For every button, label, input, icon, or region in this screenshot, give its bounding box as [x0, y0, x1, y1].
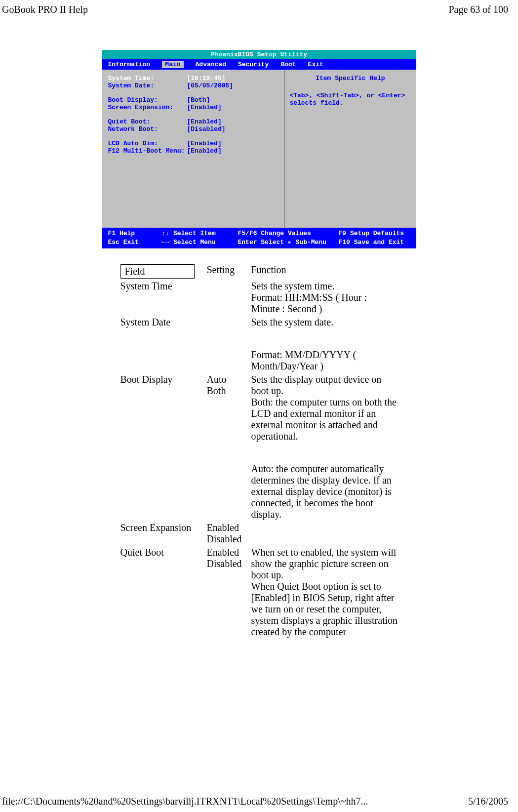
- field-cell: System Date: [119, 316, 205, 373]
- setting-cell: EnabledDisabled: [205, 521, 249, 546]
- page-footer: file://C:\Documents%20and%20Settings\bar…: [2, 796, 508, 807]
- table-row: Boot Display AutoBoth Sets the display o…: [119, 373, 400, 521]
- menu-advanced[interactable]: Advanced: [196, 61, 226, 68]
- bios-screenshot: PhoenixBIOS Setup Utility Information Ma…: [102, 50, 416, 248]
- header-field: Field: [120, 264, 195, 279]
- field-cell: Quiet Boot: [119, 546, 205, 639]
- row-f12-multiboot-value[interactable]: [Enabled]: [187, 147, 222, 155]
- help-body: <Tab>, <Shift-Tab>, or <Enter> selects f…: [289, 92, 411, 107]
- row-network-boot-value[interactable]: [Disabled]: [187, 125, 226, 133]
- row-system-date-label: System Date:: [108, 82, 187, 89]
- select-submenu: Enter Select ▸ Sub-Menu: [238, 238, 332, 247]
- header-setting: Setting: [205, 263, 249, 280]
- table-row: System Date Sets the system date.Format:…: [119, 316, 400, 373]
- row-lcd-auto-dim-value[interactable]: [Enabled]: [187, 140, 222, 147]
- field-cell: Boot Display: [119, 373, 205, 521]
- doc-title: GoBook PRO II Help: [2, 4, 88, 15]
- header-function: Function: [249, 263, 400, 280]
- setting-cell: [205, 280, 249, 316]
- bios-menu: Information Main Advanced Security Boot …: [102, 59, 416, 70]
- row-network-boot-label: Network Boot:: [108, 125, 187, 133]
- menu-exit[interactable]: Exit: [308, 61, 323, 68]
- function-cell: [249, 521, 400, 546]
- row-quiet-boot-label: Quiet Boot:: [108, 118, 187, 125]
- table-row: Quiet Boot EnabledDisabled When set to e…: [119, 546, 400, 639]
- field-cell: Screen Expansion: [119, 521, 205, 546]
- table-header-row: Field Setting Function: [119, 263, 400, 280]
- menu-information[interactable]: Information: [108, 61, 151, 68]
- row-f12-multiboot-label: F12 Multi-Boot Menu:: [108, 147, 187, 155]
- page-number: Page 63 of 100: [448, 4, 508, 15]
- bios-help-panel: Item Specific Help <Tab>, <Shift-Tab>, o…: [284, 70, 416, 228]
- f1-help: F1 Help: [108, 229, 155, 238]
- setting-cell: [205, 316, 249, 373]
- setup-defaults: F9 Setup Defaults: [339, 229, 404, 238]
- select-item: ↑↓ Select Item: [162, 229, 231, 238]
- row-quiet-boot-value[interactable]: [Enabled]: [187, 118, 222, 125]
- function-cell: When set to enabled, the system will sho…: [249, 546, 400, 639]
- row-boot-display-value[interactable]: [Both]: [187, 96, 210, 104]
- row-boot-display-label: Boot Display:: [108, 96, 187, 104]
- field-cell: System Time: [119, 280, 205, 316]
- table-row: System Time Sets the system time.Format:…: [119, 280, 400, 316]
- function-cell: Sets the system date.Format: MM/DD/YYYY …: [249, 316, 400, 373]
- save-exit: F10 Save and Exit: [339, 238, 404, 247]
- menu-main[interactable]: Main: [162, 61, 183, 68]
- change-values: F5/F6 Change Values: [238, 229, 332, 238]
- function-cell: Sets the system time.Format: HH:MM:SS ( …: [249, 280, 400, 316]
- footer-date: 5/16/2005: [468, 796, 508, 807]
- row-system-time-value[interactable]: [16:19:45]: [187, 75, 226, 82]
- function-cell: Sets the display output device on boot u…: [249, 373, 400, 521]
- file-path: file://C:\Documents%20and%20Settings\bar…: [2, 796, 368, 807]
- menu-boot[interactable]: Boot: [280, 61, 296, 68]
- row-screen-expansion-label: Screen Expansion:: [108, 104, 187, 111]
- help-title: Item Specific Help: [289, 75, 411, 82]
- menu-security[interactable]: Security: [238, 61, 269, 68]
- bios-body: System Time:[16:19:45] System Date:[05/0…: [102, 70, 416, 228]
- bios-title: PhoenixBIOS Setup Utility: [102, 50, 416, 59]
- row-screen-expansion-value[interactable]: [Enabled]: [187, 104, 222, 111]
- row-system-time-label: System Time:: [108, 75, 187, 82]
- page-header: GoBook PRO II Help Page 63 of 100: [0, 0, 518, 15]
- esc-exit: Esc Exit: [108, 238, 155, 247]
- setting-cell: EnabledDisabled: [205, 546, 249, 639]
- select-menu: ←→ Select Menu: [162, 238, 231, 247]
- bios-footer: F1 Help ↑↓ Select Item F5/F6 Change Valu…: [102, 228, 416, 248]
- row-lcd-auto-dim-label: LCD Auto Dim:: [108, 140, 187, 147]
- setting-cell: AutoBoth: [205, 373, 249, 521]
- row-system-date-value[interactable]: [05/05/2005]: [187, 82, 234, 89]
- table-row: Screen Expansion EnabledDisabled: [119, 521, 400, 546]
- bios-settings-panel: System Time:[16:19:45] System Date:[05/0…: [102, 70, 284, 228]
- settings-table: Field Setting Function System Time Sets …: [119, 263, 400, 639]
